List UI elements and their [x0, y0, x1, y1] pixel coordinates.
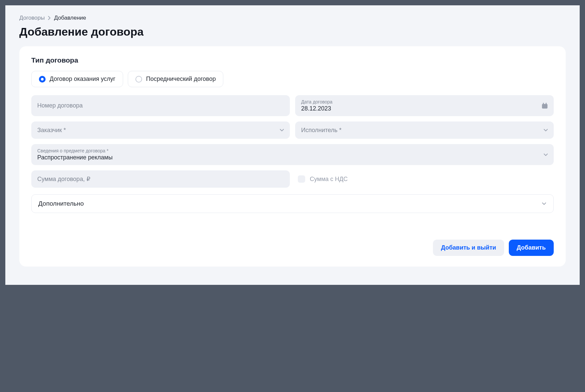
- radio-services-contract[interactable]: Договор оказания услуг: [31, 71, 123, 87]
- radio-unselected-icon: [135, 76, 142, 83]
- chevron-down-icon: [543, 152, 548, 157]
- customer-select[interactable]: Заказчик *: [31, 121, 290, 139]
- radio-selected-icon: [39, 76, 46, 83]
- chevron-right-icon: [48, 16, 51, 20]
- expand-panel-label: Дополнительно: [38, 200, 84, 207]
- field-placeholder: Исполнитель *: [301, 127, 548, 134]
- contract-number-input[interactable]: Номер договора: [31, 95, 290, 116]
- amount-input[interactable]: Сумма договора, ₽: [31, 170, 290, 188]
- radio-label: Договор оказания услуг: [50, 76, 115, 83]
- executor-select[interactable]: Исполнитель *: [295, 121, 554, 139]
- contract-date-input[interactable]: Дата договора 28.12.2023: [295, 95, 554, 116]
- radio-label: Посреднический договор: [146, 76, 216, 83]
- calendar-icon[interactable]: [541, 102, 548, 109]
- checkbox-icon: [298, 175, 305, 183]
- breadcrumb-current: Добавление: [54, 15, 86, 21]
- svg-rect-1: [543, 102, 544, 104]
- checkbox-label: Сумма с НДС: [310, 176, 348, 183]
- svg-rect-2: [546, 102, 547, 104]
- form-card: Тип договора Договор оказания услуг Поср…: [19, 46, 566, 267]
- chevron-down-icon: [279, 127, 285, 133]
- field-placeholder: Сумма договора, ₽: [37, 175, 284, 183]
- add-button[interactable]: Добавить: [509, 240, 554, 256]
- add-and-exit-button[interactable]: Добавить и выйти: [433, 240, 504, 256]
- chevron-down-icon: [543, 127, 548, 133]
- contract-type-radio-group: Договор оказания услуг Посреднический до…: [31, 71, 554, 87]
- breadcrumb-parent[interactable]: Договоры: [19, 15, 45, 21]
- field-placeholder: Заказчик *: [37, 127, 284, 134]
- vat-checkbox-row[interactable]: Сумма с НДС: [295, 170, 554, 188]
- contract-type-heading: Тип договора: [31, 56, 554, 64]
- field-value: 28.12.2023: [301, 105, 548, 112]
- field-placeholder: Номер договора: [37, 102, 284, 109]
- chevron-down-icon: [541, 201, 547, 206]
- additional-expand-panel[interactable]: Дополнительно: [31, 194, 554, 213]
- subject-select[interactable]: Сведения о предмете договора * Распростр…: [31, 144, 554, 165]
- field-label: Сведения о предмете договора *: [37, 148, 548, 153]
- field-label: Дата договора: [301, 99, 548, 104]
- svg-rect-0: [542, 104, 548, 108]
- radio-intermediary-contract[interactable]: Посреднический договор: [128, 71, 224, 87]
- breadcrumb: Договоры Добавление: [19, 15, 566, 21]
- page-title: Добавление договора: [19, 25, 566, 38]
- field-value: Распространение рекламы: [37, 154, 548, 161]
